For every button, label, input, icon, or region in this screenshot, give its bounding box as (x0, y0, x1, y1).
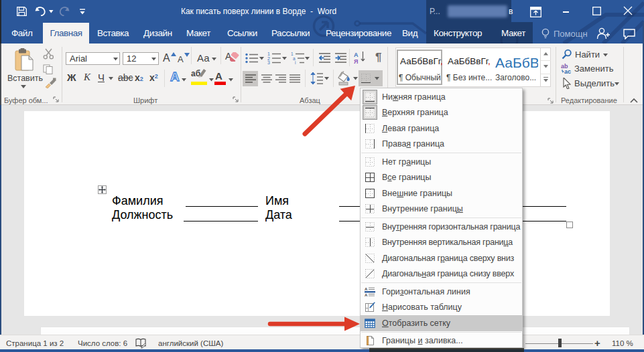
svg-text:А: А (354, 52, 359, 58)
svg-text:A: A (365, 293, 368, 297)
svg-text:A: A (365, 287, 368, 291)
svg-text:ac: ac (564, 68, 571, 74)
svg-text:i: i (295, 60, 296, 64)
svg-text:Я: Я (354, 58, 358, 64)
svg-text:3: 3 (267, 60, 270, 64)
